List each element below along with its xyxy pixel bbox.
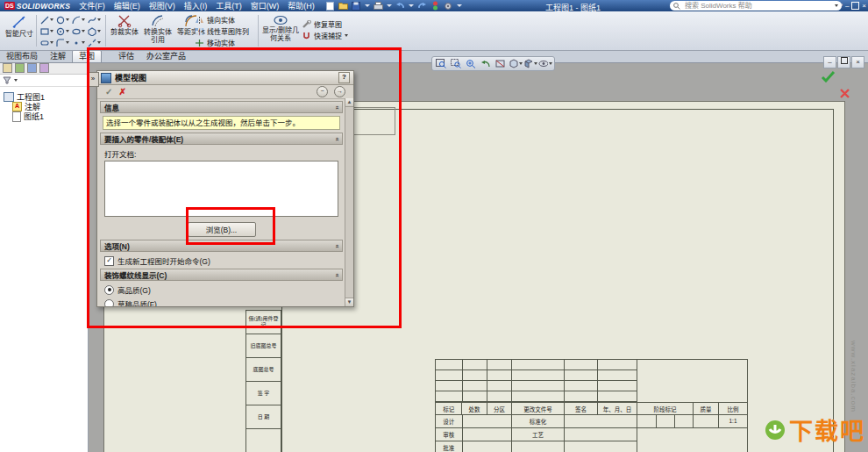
arc-tool-button[interactable] [70,14,86,25]
confirmation-ok-button[interactable] [821,70,836,86]
open-document-button[interactable] [338,1,349,11]
doc-minimize-button[interactable]: – [823,56,836,68]
filter-caret-icon[interactable] [14,79,18,82]
menu-edit[interactable]: 编辑(E) [110,0,145,11]
save-button[interactable] [351,1,362,11]
close-button[interactable]: × [862,1,866,11]
rebuild-button[interactable] [430,1,441,11]
slot-caret-icon[interactable] [50,41,53,44]
ellipse-tool-button[interactable] [70,25,86,37]
display-relations-icon [274,14,288,26]
menu-tools[interactable]: 工具(T) [211,0,246,11]
convert-entities-button[interactable]: 转换实体引用 [140,13,175,50]
restore-button[interactable] [851,2,859,10]
doc-close-button[interactable]: × [851,56,864,68]
point-tool-button[interactable] [70,37,86,48]
convert-entities-label: 转换实体引用 [141,28,174,44]
search-caret-icon[interactable] [835,4,838,7]
save-caret-icon[interactable] [365,4,370,7]
zoom-to-area-button[interactable] [449,58,463,69]
section-view-button[interactable] [494,58,508,69]
hide-show-items-button[interactable] [538,58,552,69]
options-gear-button[interactable] [443,1,454,11]
ellipse-caret-icon[interactable] [82,30,85,32]
tab-view-layout[interactable]: 视图布局 [0,51,44,62]
help-button[interactable]: ? [838,1,842,11]
propertymanager-tab-icon[interactable] [15,63,25,73]
fillet-caret-icon[interactable] [66,41,69,44]
perimeter-circle-caret-icon[interactable] [66,30,69,32]
title-block: 标记 处数 分区 更改文件号 签名 年、月、日 设计 标准化 审核 工艺 [435,359,748,452]
print-caret-icon[interactable] [387,4,392,7]
menu-insert[interactable]: 插入(I) [180,0,212,11]
centerline-caret-icon[interactable] [97,41,101,44]
minimize-button[interactable]: – [845,1,849,11]
staff-cell-blank [565,414,637,427]
perimeter-circle-tool-button[interactable] [54,25,70,37]
feature-manager-panel: 工程图1 A 注解 图纸1 [0,62,89,452]
feature-manager-tab-strip [0,62,88,75]
repair-sketch-button[interactable]: 修复草图 [302,18,349,30]
menu-file[interactable]: 文件(F) [75,0,110,11]
new-document-button[interactable] [324,1,336,11]
menu-view[interactable]: 视图(V) [145,0,180,11]
zoom-to-fit-button[interactable] [434,58,448,69]
search-box[interactable] [670,1,842,11]
redo-button[interactable] [416,1,428,11]
zoom-in-out-button[interactable] [464,58,478,69]
doc-restore-button[interactable] [837,56,850,68]
rectangle-caret-icon[interactable] [50,30,53,32]
trim-entities-button[interactable]: 剪裁实体 [109,13,140,50]
slot-tool-button[interactable] [39,37,54,48]
print-button[interactable] [373,1,384,11]
highlight-rectangle-browse [186,207,275,245]
circle-tool-button[interactable] [54,14,70,25]
change-record-header-row: 标记 处数 分区 更改文件号 签名 年、月、日 [436,402,637,415]
hide-show-caret-icon[interactable] [549,62,552,65]
linear-sketch-pattern-button[interactable]: 线性草图阵列 [195,25,256,37]
fillet-tool-button[interactable] [54,37,70,48]
options-caret-icon[interactable] [457,4,462,7]
arc-caret-icon[interactable] [82,18,85,21]
ribbon-separator [36,15,37,47]
view-orientation-button[interactable] [509,58,523,69]
confirmation-cancel-button[interactable] [839,87,850,103]
view-orientation-caret-icon[interactable] [519,62,523,65]
featuremanager-tree-tab-icon[interactable] [3,63,12,73]
quick-snaps-button[interactable]: 快速捕捉 [302,30,349,41]
menu-help[interactable]: 帮助(H) [283,0,319,11]
display-style-button[interactable] [523,58,537,69]
repair-sketch-icon [302,20,311,29]
circle-caret-icon[interactable] [66,18,69,21]
line-tool-button[interactable] [39,14,54,25]
tree-item-sheet[interactable]: 图纸1 [0,111,88,121]
undo-button[interactable] [395,1,406,11]
spline-caret-icon[interactable] [97,18,101,21]
filter-funnel-icon[interactable] [3,76,11,84]
rectangle-tool-button[interactable] [39,25,54,37]
line-caret-icon[interactable] [50,18,53,21]
display-style-caret-icon[interactable] [534,62,537,65]
scale-value: 1:1 [719,414,747,427]
tree-item-drawing[interactable]: 工程图1 [0,92,88,102]
grid-line [462,360,463,402]
search-input[interactable] [683,1,832,11]
confirm-cancel-icon [839,88,850,99]
mirror-entities-button[interactable]: 镜向实体 [195,14,256,25]
spline-tool-button[interactable] [86,14,102,25]
point-caret-icon[interactable] [82,41,85,44]
quick-snaps-caret-icon[interactable] [345,34,348,37]
display-delete-relations-button[interactable]: 显示/删除几何关系 [260,13,301,50]
polygon-tool-button[interactable] [86,25,102,37]
menu-window[interactable]: 窗口(W) [246,0,284,11]
staff-row: 审核 工艺 [436,427,637,441]
display-relations-label: 显示/删除几何关系 [261,26,300,42]
polygon-caret-icon[interactable] [97,30,101,32]
undo-caret-icon[interactable] [409,4,414,7]
previous-view-button[interactable] [479,58,493,69]
smart-dimension-button[interactable]: 智能尺寸 [2,13,37,50]
tab-annotation[interactable]: 注解 [44,51,72,62]
configurationmanager-tab-icon[interactable] [27,63,37,73]
window-controls: ? – × [838,1,866,11]
dimxpert-tab-icon[interactable] [39,63,49,73]
